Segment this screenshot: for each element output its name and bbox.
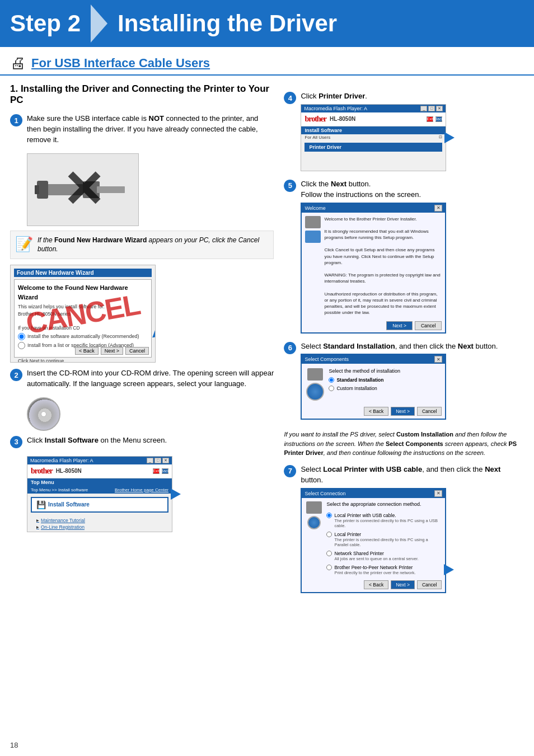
right-col-spacer [284, 80, 524, 91]
conn-radio-4[interactable] [326, 565, 332, 570]
welcome-close-btn[interactable]: ✕ [434, 205, 442, 212]
sc-buttons: < Back Next > Cancel [302, 405, 445, 419]
conn-globe-icon [307, 516, 321, 529]
select-conn-close-btn[interactable]: ✕ [434, 490, 442, 497]
sc-radio-group: Standard Installation Custom Installatio… [329, 377, 400, 391]
sw-back-btn[interactable]: Back [162, 468, 168, 474]
step-1-circle: 1 [10, 114, 22, 126]
conn-option-4: Brother Peer-to-Peer Network Printer Pri… [326, 565, 441, 575]
step-4-text: Click Printer Driver. [301, 91, 446, 102]
step-2-text: Insert the CD-ROM into your CD-ROM drive… [27, 368, 274, 389]
sc-custom-radio-label[interactable]: Custom Installation [329, 386, 400, 391]
x-mark: ✕ [62, 165, 104, 215]
step-7-text: Select Local Printer with USB cable, and… [301, 464, 524, 486]
step-6: 6 Select Standard Installation, and then… [284, 341, 524, 420]
conn-option-1-label[interactable]: Local Printer with USB cable. [326, 513, 441, 518]
conn-option-3-text: Network Shared Printer [334, 551, 383, 556]
sw-menu-item-1[interactable]: Maintenance Tutorial [36, 517, 163, 524]
sc-custom-label: Custom Installation [336, 386, 377, 391]
conn-radio-1[interactable] [326, 513, 332, 518]
select-comp-title-text: Select Components [305, 356, 349, 362]
usb-cable-image: ✕ [27, 153, 139, 226]
pd-close-btn[interactable]: ✕ [436, 106, 443, 111]
cancel-wizard-screenshot: Found New Hardware Wizard Welcome to the… [10, 265, 156, 363]
sc-label: Select the method of installation [329, 368, 400, 374]
sw-brand-bar: brother HL-8050N Exit Back [27, 464, 172, 478]
conn-radio-3[interactable] [326, 551, 332, 556]
pd-back-btn[interactable]: Back [435, 116, 442, 122]
header-title: Installing the Driver [118, 10, 337, 37]
pd-minimize-btn[interactable]: _ [420, 106, 427, 111]
welcome-next-btn[interactable]: Next > [386, 321, 413, 330]
conn-next-btn[interactable]: Next > [391, 580, 415, 589]
pd-title-text: Macromedia Flash Player: A [304, 106, 367, 111]
left-column: 1. Installing the Driver and Connecting … [10, 80, 274, 601]
select-connection-dialog: Select Connection ✕ Select the appropria… [301, 488, 446, 593]
pd-exit-btn[interactable]: Exit [427, 116, 433, 122]
step-2-circle: 2 [10, 369, 22, 381]
sc-content-col: Select the method of installation Standa… [329, 368, 400, 401]
select-comp-close-btn[interactable]: ✕ [434, 356, 442, 363]
sc-conn-body: Select the appropriate connection method… [302, 498, 445, 579]
sc-back-btn[interactable]: < Back [364, 407, 388, 416]
step-3: 3 Click Install Software on the Menu scr… [10, 435, 274, 448]
sw-top-menu-label: Top Menu [27, 478, 172, 486]
sw-menu-items: Maintenance Tutorial On-Line Registratio… [27, 516, 172, 532]
note-icon: 📝 [15, 236, 33, 253]
conn-option-2-label[interactable]: Local Printer [326, 532, 441, 537]
sw-close-btn[interactable]: ✕ [162, 458, 169, 463]
pd-maximize-btn[interactable]: □ [428, 106, 435, 111]
model-text: HL-8050N [56, 468, 82, 474]
sw-arrow-icon [171, 489, 181, 500]
wizard-radio-manual-input[interactable] [18, 342, 25, 349]
select-conn-title-bar: Select Connection ✕ [302, 489, 445, 498]
conn-option-2-desc: The printer is connected directly to thi… [334, 537, 441, 547]
wizard-radio-auto-input[interactable] [18, 333, 25, 340]
conn-icon-col [306, 501, 322, 575]
conn-cancel-btn[interactable]: Cancel [417, 580, 442, 589]
sc-cancel-btn[interactable]: Cancel [417, 407, 442, 416]
usb-icon: 🖨 [10, 54, 26, 72]
page-number: 18 [10, 741, 18, 749]
wizard-back-btn[interactable]: < Back [75, 347, 99, 355]
step-1-text: Make sure the USB interface cable is NOT… [27, 114, 274, 145]
conn-option-2: Local Printer The printer is connected d… [326, 532, 441, 547]
select-conn-title-text: Select Connection [305, 491, 345, 496]
step-5-text: Click the Next button. Follow the instru… [301, 179, 446, 200]
welcome-title-bar: Welcome ✕ [302, 204, 445, 213]
sw-exit-btn[interactable]: Exit [153, 468, 160, 474]
step-2: 2 Insert the CD-ROM into your CD-ROM dri… [10, 368, 274, 389]
step-1: 1 Make sure the USB interface cable is N… [10, 114, 274, 145]
sc-custom-radio[interactable] [329, 386, 334, 391]
sw-install-software-highlighted[interactable]: 💾 Install Software [31, 497, 168, 513]
conn-option-1: Local Printer with USB cable. The printe… [326, 513, 441, 528]
sc-standard-radio-label[interactable]: Standard Installation [329, 377, 400, 383]
conn-option-3-label[interactable]: Network Shared Printer [326, 551, 441, 556]
conn-radio-2[interactable] [326, 532, 332, 537]
wizard-title-bar: Found New Hardware Wizard [14, 269, 152, 277]
sc-globe-icon [306, 383, 324, 401]
step-6-content: Select Standard Installation, and then c… [301, 341, 498, 420]
conn-option-1-desc: The printer is connected directly to thi… [334, 518, 441, 528]
sc-standard-radio[interactable] [329, 377, 334, 383]
sw-menu-item-2[interactable]: On-Line Registration [36, 524, 163, 530]
sw-arrow-indicator [171, 489, 181, 500]
pd-brand-bar: brother HL-8050N Exit Back [301, 112, 446, 126]
welcome-cancel-btn[interactable]: Cancel [415, 321, 442, 330]
step-4: 4 Click Printer Driver. Macromedia Flash… [284, 91, 524, 171]
pd-model-text: HL-8050N [330, 116, 355, 122]
sc-next-btn[interactable]: Next > [391, 407, 415, 416]
wizard-next-btn[interactable]: Next > [101, 347, 123, 355]
pd-arrow-icon [444, 132, 455, 143]
pd-printer-driver-btn[interactable]: Printer Driver [305, 143, 442, 152]
wizard-cancel-btn[interactable]: Cancel [125, 347, 149, 355]
conn-back-btn[interactable]: < Back [364, 580, 388, 589]
pd-title-buttons: _ □ ✕ [420, 106, 443, 111]
header: Step 2 Installing the Driver [0, 0, 534, 47]
pd-header-buttons: Exit Back [427, 116, 442, 122]
sw-minimize-btn[interactable]: _ [147, 458, 153, 463]
sw-maximize-btn[interactable]: □ [154, 458, 161, 463]
sw-subnav: Top Menu >> Install software Brother Hom… [27, 486, 172, 494]
conn-option-4-label[interactable]: Brother Peer-to-Peer Network Printer [326, 565, 441, 570]
sw-brother-link[interactable]: Brother Home page Center [115, 487, 168, 492]
